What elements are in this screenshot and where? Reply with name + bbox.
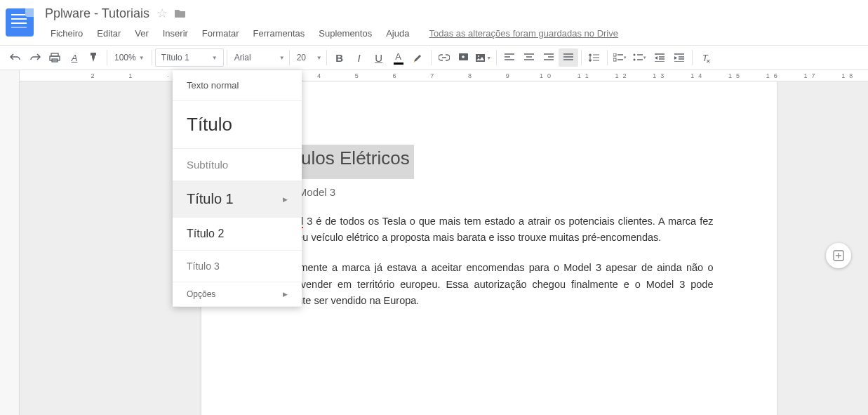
font-size-dropdown[interactable]: 20▼ [293,48,323,67]
style-option-h1[interactable]: Título 1▶ [173,181,302,218]
align-justify-button[interactable] [559,48,578,67]
paragraph-style-dropdown[interactable]: Título 1▼ [155,48,224,67]
undo-button[interactable] [6,48,25,67]
document-area: 21·123456789101112131415161718 Veículos … [20,70,868,415]
italic-button[interactable]: I [349,48,369,67]
style-option-h3[interactable]: Título 3 [173,251,302,282]
menu-inserir[interactable]: Inserir [157,25,194,41]
bold-button[interactable]: B [330,48,349,67]
paint-format-button[interactable] [84,48,104,67]
horizontal-ruler[interactable]: 21·123456789101112131415161718 [20,70,868,81]
header: Pplware - Tutoriais ☆ Ficheiro Editar Ve… [0,0,868,45]
clear-formatting-button[interactable]: T✕ [695,48,715,67]
print-button[interactable] [45,48,65,67]
docs-logo-icon[interactable] [6,8,34,37]
separator [107,50,107,65]
style-option-title[interactable]: Título [173,101,302,149]
separator [326,50,327,65]
zoom-dropdown[interactable]: 100%▼ [110,48,149,67]
svg-rect-6 [613,53,616,56]
menu-suplementos[interactable]: Suplementos [313,25,378,41]
separator [581,50,582,65]
explore-button[interactable] [826,243,851,268]
align-right-button[interactable] [539,48,559,67]
redo-button[interactable] [25,48,45,67]
separator [496,50,497,65]
align-center-button[interactable] [519,48,539,67]
insert-link-button[interactable] [434,48,454,67]
style-option-normal[interactable]: Texto normal [173,70,302,101]
checklist-button[interactable]: ▼ [610,48,630,67]
text-color-button[interactable]: A [389,48,408,67]
document-paragraph-2[interactable]: Curiosamente a marca já estava a aceitar… [265,260,714,309]
vertical-ruler[interactable] [0,70,20,415]
svg-rect-4 [476,54,485,62]
separator [227,50,227,65]
style-option-h2[interactable]: Título 2 [173,218,302,251]
title-area: Pplware - Tutoriais ☆ Ficheiro Editar Ve… [45,6,860,41]
spellcheck-button[interactable]: A [65,48,84,67]
svg-point-5 [478,55,479,57]
underline-button[interactable]: U [369,48,389,67]
menubar: Ficheiro Editar Ver Inserir Formatar Fer… [45,25,860,41]
menu-ajuda[interactable]: Ajuda [380,25,415,41]
folder-icon[interactable] [175,8,186,18]
toolbar: A 100%▼ Título 1▼ Arial▼ 20▼ B I U A ▼ ▼… [0,45,868,70]
svg-rect-7 [613,58,616,61]
menu-ver[interactable]: Ver [129,25,154,41]
separator [607,50,608,65]
style-dropdown-panel: Texto normal Título Subtítulo Título 1▶ … [173,70,302,307]
menu-ficheiro[interactable]: Ficheiro [45,25,88,41]
arrow-right-icon: ▶ [283,196,288,203]
menu-editar[interactable]: Editar [91,25,126,41]
align-left-button[interactable] [500,48,519,67]
insert-image-button[interactable]: ▼ [474,48,493,67]
insert-comment-button[interactable] [454,48,474,67]
svg-rect-1 [50,56,60,60]
style-option-subtitle[interactable]: Subtítulo [173,149,302,181]
save-status[interactable]: Todas as alterações foram guardadas no D… [423,25,624,41]
star-icon[interactable]: ☆ [156,6,168,21]
document-title[interactable]: Pplware - Tutoriais [45,6,149,21]
style-option-options[interactable]: Opções▶ [173,282,302,307]
arrow-right-icon: ▶ [283,291,288,298]
increase-indent-button[interactable] [669,48,689,67]
menu-formatar[interactable]: Formatar [196,25,245,41]
document-subheading[interactable]: Tesla - Model 3 [265,186,714,198]
highlight-button[interactable] [408,48,428,67]
menu-ferramentas[interactable]: Ferramentas [248,25,311,41]
svg-point-9 [633,59,635,61]
separator [692,50,693,65]
font-dropdown[interactable]: Arial▼ [230,48,286,67]
workspace: 21·123456789101112131415161718 Veículos … [0,70,868,415]
svg-point-8 [633,54,635,56]
document-paragraph-1[interactable]: O Model 3 é de todos os Tesla o que mais… [265,213,714,246]
bulleted-list-button[interactable]: ▼ [630,48,650,67]
separator [289,50,290,65]
line-spacing-button[interactable] [585,48,604,67]
separator [152,50,152,65]
separator [431,50,432,65]
decrease-indent-button[interactable] [650,48,669,67]
